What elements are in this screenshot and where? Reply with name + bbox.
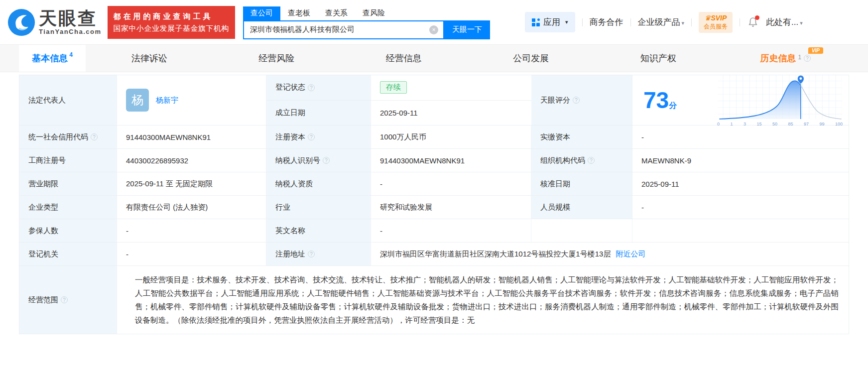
approval-date-label: 核准日期 [531,172,632,196]
tab-basic-info-count: 4 [69,51,73,58]
tab-operating-info[interactable]: 经营信息 [340,45,468,72]
value-text: 有限责任公司 (法人独资) [126,203,208,212]
help-icon[interactable]: ? [308,84,315,91]
taxpayer-id-label: 纳税人识别号 ? [266,149,371,172]
nearby-companies-link[interactable]: 附近公司 [616,250,645,259]
business-scope-value: 一般经营项目是：技术服务、技术开发、技术咨询、技术交流、技术转让、技术推广；智能… [117,266,849,334]
label-text: 参保人数 [28,226,58,236]
tab-intellectual-property[interactable]: 知识产权 [595,45,722,72]
english-name-value: - [371,219,531,243]
value-text: - [380,180,382,188]
help-icon[interactable]: ? [308,251,315,257]
divider [582,18,583,26]
promo-line1: 都在用的商业查询工具 [114,10,230,22]
svip-line: ♛SVIP [704,14,728,22]
apps-menu[interactable]: 应用 ▾ [525,12,575,32]
label-text: 登记机关 [28,250,58,259]
label-text: 核准日期 [540,179,570,189]
label-text: 统一社会信用代码 [28,132,88,142]
english-name-label: 英文名称 [266,219,371,243]
insured-count-value: - [117,219,266,243]
legal-rep-link[interactable]: 杨新宇 [156,96,178,105]
table-row: 参保人数 - 英文名称 - [19,219,849,243]
divider [691,18,692,26]
tab-operating-risk[interactable]: 经营风险 [213,45,341,72]
apps-grid-icon [532,18,540,26]
tab-history-count: 1 [798,54,801,61]
chevron-down-icon: ▾ [565,19,568,25]
user-menu[interactable]: 此处有...▾ [766,16,803,28]
tab-label: 经营信息 [386,52,422,64]
company-type-label: 企业类型 [19,196,117,219]
nav-enterprise-products[interactable]: 企业级产品▾ [638,16,685,28]
svip-sublabel: 会员服务 [704,22,728,31]
status-date-stack: 登记状态 ? 存续 成立日期 2025-09-11 [266,75,531,126]
vip-badge: VIP [808,47,823,54]
divider [740,18,740,26]
help-icon[interactable]: ? [573,97,580,104]
svip-member-button[interactable]: ♛SVIP 会员服务 [699,12,733,33]
help-icon[interactable]: ? [91,133,98,140]
clear-search-icon[interactable]: × [429,25,438,34]
reg-status-value: 存续 [371,75,531,101]
business-reg-number-label: 工商注册号 [19,149,117,172]
nav-business-cooperation[interactable]: 商务合作 [590,16,623,28]
establish-date-label: 成立日期 [266,101,371,126]
score-unit: 分 [669,101,677,110]
search-tab-company[interactable]: 查公司 [243,6,280,20]
value-text: 2025-09-11 至 无固定期限 [126,179,213,189]
org-code-label: 组织机构代码 ? [531,149,632,172]
help-icon[interactable]: ? [588,157,595,164]
tab-legal-proceedings[interactable]: 法律诉讼 [86,45,213,72]
company-type-value: 有限责任公司 (法人独资) [117,196,266,219]
tab-company-development[interactable]: 公司发展 [468,45,595,72]
label-text: 企业类型 [28,203,58,212]
top-header: 天眼查 TianYanCha.com 都在用的商业查询工具 国家中小企业发展子基… [0,0,868,45]
label-text: 注册资本 [275,132,305,142]
registered-capital-value: 1000万人民币 [371,126,531,149]
business-reg-number-value: 440300226895932 [117,149,266,172]
value-text: - [641,203,644,212]
org-code-value: MAEWN8NK-9 [632,149,849,172]
avatar[interactable]: 杨 [126,89,149,112]
score-label: 天眼评分 ? [531,75,632,126]
help-icon[interactable]: ? [308,133,315,140]
table-row: 企业类型 有限责任公司 (法人独资) 行业 研究和试验发展 人员规模 - [19,196,849,219]
search-box: × [243,20,444,39]
label-text: 营业期限 [28,179,58,189]
notifications-button[interactable] [747,16,759,28]
industry-label: 行业 [266,196,371,219]
value-text: 440300226895932 [126,156,188,165]
empty-cell [632,219,849,243]
chevron-down-icon: ▾ [682,20,685,26]
help-icon[interactable]: ? [804,55,811,62]
search-button[interactable]: 天眼一下 [444,20,490,39]
help-icon[interactable]: ? [323,157,330,164]
value-text: 91440300MAEWN8NK91 [380,156,465,165]
basic-info-table: 法定代表人 杨 杨新宇 登记状态 ? 存续 成立日期 2025-09 [19,75,849,334]
establish-date-value: 2025-09-11 [371,101,531,126]
score-number: 73分 [643,89,677,112]
svip-label: SVIP [711,14,727,22]
search-tab-risk[interactable]: 查风险 [355,6,392,20]
value-text: 91440300MAEWN8NK91 [126,133,211,141]
search-input[interactable] [244,25,429,34]
score-distribution-chart: 0 1 3 15 50 85 97 99 100 [716,74,844,127]
empty-cell [531,219,632,243]
tab-basic-info[interactable]: 基本信息 4 [19,45,86,72]
apps-label: 应用 [543,16,560,28]
tab-history-info[interactable]: VIP 历史信息 1 ? [722,45,850,72]
tab-label: 公司发展 [513,52,549,64]
help-icon[interactable]: ? [61,296,68,303]
table-row: 统一社会信用代码 ? 91440300MAEWN8NK91 注册资本 ? 100… [19,126,849,149]
label-text: 纳税人识别号 [275,156,320,165]
search-tab-boss[interactable]: 查老板 [280,6,318,20]
search-tab-relation[interactable]: 查关系 [318,6,355,20]
credit-code-label: 统一社会信用代码 ? [19,126,117,149]
value-text: MAEWN8NK-9 [641,156,691,165]
registered-address-value: 深圳市福田区华富街道新田社区深南大道1012号福投控大厦1号楼13层 附近公司 [371,243,849,266]
crown-icon: ♛ [705,14,711,22]
industry-value: 研究和试验发展 [371,196,531,219]
tianyancha-logo[interactable]: 天眼查 TianYanCha.com [7,8,102,37]
registration-authority-value: - [117,243,266,266]
